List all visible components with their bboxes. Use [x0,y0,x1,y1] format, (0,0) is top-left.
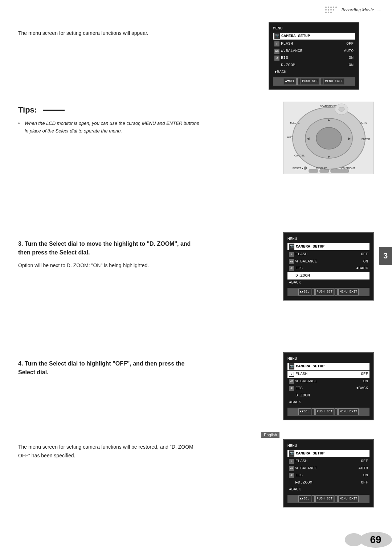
menu5-wb-icon: WB [289,466,294,471]
menu-screen-4: MENU 📷 CAMERA SETUP ⚡FLASH OFF WBW.BALAN… [283,352,374,420]
tab-number-3: 3 [379,247,392,265]
menu1-footer: ▲▼SEL PUSH SET MENU EXIT [273,77,355,85]
svg-text:DISPLAY: DISPLAY [316,167,327,170]
menu1-row-wbalance: WBW.BALANCE AUTO [273,48,355,55]
svg-point-3 [316,127,342,149]
svg-text:RESET ●: RESET ● [293,167,303,170]
svg-rect-20 [320,170,329,172]
menu3-flash-icon: ⚡ [289,252,294,257]
step3-number: 3. [18,241,23,247]
menu4-back: ♦BACK [287,399,369,406]
header-area: Recording Movie ···· [325,7,381,13]
section5-menu-area: MENU 📷 CAMERA SETUP ⚡FLASH OFF WBW.BALAN… [283,439,374,507]
menu4-row-dzoom: D.ZOOM [287,392,369,399]
svg-text:▶: ▶ [348,136,351,140]
menu5-row-dzoom: ▶D.ZOOM OFF [287,479,369,486]
menu1-row-eis: ②EIS ON [273,54,355,62]
header-dots [325,7,337,13]
tips-bullet-text: When the LCD monitor is open, you can us… [18,120,200,135]
svg-text:LCD BRIGHT: LCD BRIGHT [340,167,355,170]
step3-heading-text: Turn the Select dial to move the highlig… [18,241,191,256]
menu5-row-wbalance: WBW.BALANCE AUTO [287,465,369,472]
eis-icon: ② [274,56,279,61]
menu1-title: MENU [273,25,355,32]
menu5-back: ♦BACK [287,486,369,493]
step4-heading-text: Turn the Select dial to highlight "OFF",… [18,360,184,375]
page-oval-right: 69 [359,532,392,548]
section1-text: The menu screen for setting camera funct… [18,29,207,38]
page-number-area: 69 [345,532,392,548]
menu1-row-flash: ⚡FLASH OFF [273,40,355,48]
wb-icon: WB [274,49,279,54]
menu3-eis-icon: ② [289,266,294,271]
section4-heading: 4. Turn the Select dial to highlight "OF… [18,359,203,377]
tips-section: Tips: When the LCD monitor is open, you … [18,105,200,135]
svg-text:ENTER: ENTER [362,138,370,140]
section4-menu-area: MENU 📷 CAMERA SETUP ⚡FLASH OFF WBW.BALAN… [283,352,374,420]
svg-text:▲: ▲ [327,118,331,122]
menu3-back: ♦BACK [287,279,369,286]
menu4-title: MENU [287,356,369,362]
dial-svg: ▲ ▼ ◀ ▶ DISC /IGATION ■ELETE MENU HIFT E… [283,102,374,174]
page: Recording Movie ···· The menu screen for… [0,0,392,555]
menu4-header: 📷 CAMERA SETUP [287,363,369,370]
menu3-footer: ▲▼SEL PUSH SET MENU EXIT [287,288,369,296]
page-number: 69 [370,534,381,546]
menu4-footer: ▲▼SEL PUSH SET MENU EXIT [287,408,369,416]
section3-heading: 3. Turn the Select dial to move the high… [18,240,203,257]
menu3-row-wbalance: WBW.BALANCE ON [287,258,369,265]
menu1-back: ♦BACK [273,69,355,76]
menu4-eis-icon: ② [289,386,294,391]
menu1-header: 📷 CAMERA SETUP [273,33,355,40]
menu1-row-dzoom: D.ZOOM ON [273,62,355,69]
svg-text:CANCEL: CANCEL [294,154,305,157]
section5-text: The menu screen for setting camera funct… [18,443,203,460]
menu5-title: MENU [287,443,369,449]
menu3-header: 📷 CAMERA SETUP [287,243,369,250]
menu4-wb-icon: WB [289,379,294,384]
menu4-flash-icon: ⚡ [289,372,294,377]
camera-dial-image: ▲ ▼ ◀ ▶ DISC /IGATION ■ELETE MENU HIFT E… [283,102,374,174]
menu-screen-1: MENU 📷 CAMERA SETUP ⚡FLASH OFF WBW.BALAN… [269,22,359,90]
menu3-title: MENU [287,236,369,242]
svg-text:▼: ▼ [327,155,331,159]
english-badge: English [261,432,279,438]
menu5-eis-icon: ② [289,473,294,478]
svg-rect-19 [309,170,318,172]
section3-menu-area: MENU 📷 CAMERA SETUP ⚡FLASH OFF WBW.BALAN… [283,232,374,301]
tips-title-area: Tips: [18,105,200,115]
menu5-row-flash: ⚡FLASH OFF [287,458,369,465]
tips-label: Tips: [18,105,37,115]
menu4-row-flash-highlighted: ⚡FLASH OFF [287,371,369,378]
tips-line-decoration [43,110,65,111]
menu3-row-eis: ②EIS ♦BACK [287,265,369,272]
menu5-header: 📷 CAMERA SETUP [287,450,369,457]
menu4-row-wbalance: WBW.BALANCE ON [287,378,369,385]
section1-text-area: The menu screen for setting camera funct… [18,29,207,38]
section5-text-area: The menu screen for setting camera funct… [18,443,203,460]
svg-point-18 [304,167,307,170]
menu4-row-eis: ②EIS ♦BACK [287,385,369,392]
menu-screen-5: MENU 📷 CAMERA SETUP ⚡FLASH OFF WBW.BALAN… [283,439,374,507]
section3-text-area: 3. Turn the Select dial to move the high… [18,240,203,269]
svg-text:MENU: MENU [360,122,367,124]
menu3-wb-icon: WB [289,259,294,264]
dial-image-area: ▲ ▼ ◀ ▶ DISC /IGATION ■ELETE MENU HIFT E… [283,102,374,174]
flash-icon: ⚡ [274,41,279,46]
svg-rect-21 [331,170,349,172]
menu3-row-flash: ⚡FLASH OFF [287,251,369,258]
svg-text:/IGATION: /IGATION [320,105,331,107]
header-dots-trail: ···· [377,8,381,12]
menu5-footer: ▲▼SEL PUSH SET MENU EXIT [287,495,369,503]
menu3-row-dzoom-highlighted: D.ZOOM [287,272,369,279]
menu-screen-3: MENU 📷 CAMERA SETUP ⚡FLASH OFF WBW.BALAN… [283,232,374,301]
svg-text:HIFT: HIFT [287,136,293,139]
menu5-row-eis: ②EIS ON [287,472,369,479]
svg-text:◀: ◀ [307,136,310,140]
menu5-flash-icon: ⚡ [289,459,294,464]
section1-menu-area: MENU 📷 CAMERA SETUP ⚡FLASH OFF WBW.BALAN… [269,22,374,90]
page-title: Recording Movie [341,7,373,13]
section3-desc: Option will be next to D. ZOOM: "ON" is … [18,261,203,269]
svg-text:■ELETE: ■ELETE [290,122,300,124]
step4-number: 4. [18,360,23,367]
